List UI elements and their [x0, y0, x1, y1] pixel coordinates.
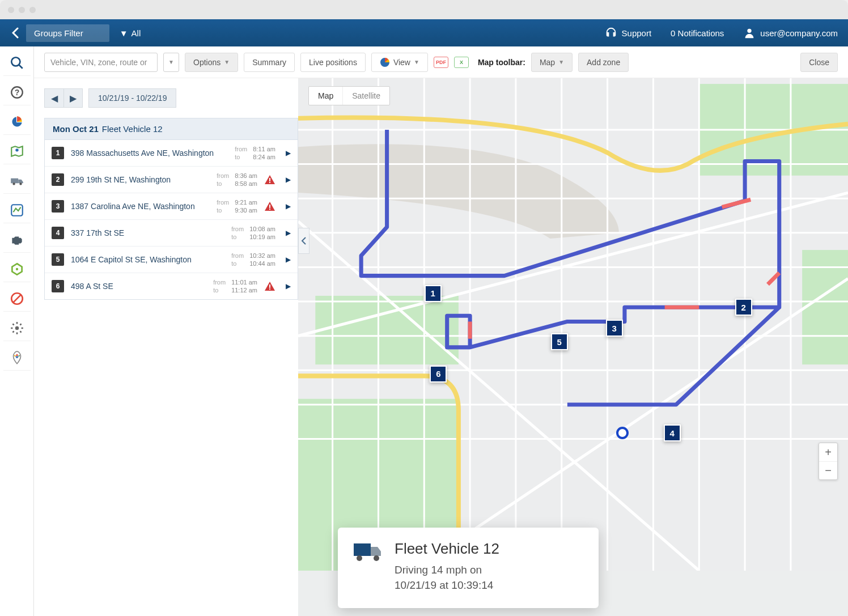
expand-caret-icon: ▶ [286, 256, 291, 264]
date-range-button[interactable]: 10/21/19 - 10/22/19 [88, 88, 176, 108]
warning-icon [264, 201, 275, 211]
map-background [298, 78, 848, 571]
map-stop-marker[interactable]: 3 [606, 320, 623, 337]
svg-rect-20 [269, 288, 270, 290]
map-stop-marker[interactable]: 4 [664, 424, 681, 441]
filter-dropdown[interactable]: ▼ All [120, 28, 141, 38]
stop-times: from11:01 am to11:12 am [213, 279, 257, 294]
groups-filter-button[interactable]: Groups Filter [26, 24, 109, 42]
svg-point-1 [11, 57, 20, 66]
stop-address: 1387 Carolina Ave NE, Washington [71, 202, 210, 211]
notifications-label: 0 Notifications [671, 28, 724, 38]
info-card-title: Fleet Vehicle 12 [395, 540, 499, 558]
map-stop-marker[interactable]: 1 [425, 285, 442, 302]
pie-chart-icon [380, 57, 390, 67]
warning-icon [264, 281, 275, 291]
map-stop-marker[interactable]: 5 [551, 333, 568, 350]
warning-icon [264, 175, 275, 185]
zoom-control: + − [819, 443, 838, 480]
support-link[interactable]: Support [605, 27, 652, 39]
truck-icon [351, 540, 383, 593]
nav-map[interactable] [3, 138, 31, 164]
support-label: Support [622, 28, 652, 38]
user-menu[interactable]: user@company.com [743, 27, 838, 39]
back-button[interactable] [10, 25, 20, 41]
satellite-tab[interactable]: Satellite [342, 87, 389, 105]
live-positions-button[interactable]: Live positions [300, 53, 366, 72]
trip-header[interactable]: Mon Oct 21 Fleet Vehicle 12 [44, 118, 298, 140]
svg-point-5 [15, 148, 18, 151]
expand-caret-icon: ▶ [286, 202, 291, 210]
summary-button[interactable]: Summary [244, 53, 295, 72]
vehicle-search-input[interactable]: Vehicle, VIN, zone, route or [44, 53, 158, 72]
stop-row[interactable]: 1 398 Massachusetts Ave NE, Washington f… [45, 140, 298, 167]
svg-line-2 [19, 65, 23, 69]
stop-row[interactable]: 3 1387 Carolina Ave NE, Washington from9… [45, 193, 298, 220]
zoom-out-button[interactable]: − [819, 461, 837, 479]
search-dropdown[interactable]: ▼ [163, 53, 179, 72]
stop-row[interactable]: 5 1064 E Capitol St SE, Washington from1… [45, 247, 298, 273]
map-layer-select[interactable]: Map▼ [531, 53, 573, 72]
nav-help[interactable]: ? [3, 79, 31, 105]
svg-rect-6 [11, 178, 18, 183]
stop-row[interactable]: 4 337 17th St SE from10:08 am to10:19 am… [45, 220, 298, 247]
map-canvas[interactable]: Map Satellite 123456 + − [298, 78, 848, 616]
date-nav: ◀ ▶ 10/21/19 - 10/22/19 [44, 88, 298, 108]
nav-zones[interactable] [3, 256, 31, 282]
notifications-link[interactable]: 0 Notifications [671, 28, 724, 38]
options-label: Options [193, 58, 221, 67]
info-card-line1: Driving 14 mph on [395, 564, 482, 576]
map-toolbar-label: Map toolbar: [478, 58, 525, 67]
nav-activity[interactable] [3, 197, 31, 223]
stop-address: 299 19th St NE, Washington [71, 175, 210, 184]
caret-down-icon: ▼ [120, 28, 128, 38]
nav-rules[interactable] [3, 286, 31, 312]
trip-vehicle: Fleet Vehicle 12 [102, 124, 163, 134]
map-select-label: Map [540, 58, 555, 67]
svg-point-11 [15, 267, 18, 270]
svg-rect-15 [269, 178, 270, 181]
nav-search[interactable] [3, 50, 31, 76]
export-xls-button[interactable]: X [454, 57, 469, 68]
svg-rect-17 [269, 205, 270, 208]
svg-point-14 [15, 326, 19, 330]
expand-caret-icon: ▶ [286, 282, 291, 290]
vehicle-position-marker[interactable] [616, 427, 629, 439]
map-stop-marker[interactable]: 6 [430, 366, 447, 383]
prev-day-button[interactable]: ◀ [44, 88, 63, 108]
next-day-button[interactable]: ▶ [63, 88, 83, 108]
user-label: user@company.com [760, 28, 838, 38]
stop-address: 398 Massachusetts Ave NE, Washington [71, 148, 228, 158]
stop-times: from10:32 am to10:44 am [231, 252, 275, 267]
nav-marketplace[interactable] [3, 345, 31, 371]
svg-rect-19 [269, 284, 270, 288]
options-button[interactable]: Options▼ [185, 53, 238, 72]
nav-reports[interactable] [3, 109, 31, 135]
svg-rect-18 [269, 209, 270, 210]
nav-fleet[interactable] [3, 168, 31, 194]
window-dot [8, 7, 14, 13]
browser-titlebar [0, 0, 848, 19]
nav-engine[interactable] [3, 227, 31, 253]
export-pdf-button[interactable]: PDF [434, 57, 448, 68]
window-dot [19, 7, 25, 13]
svg-point-0 [748, 29, 752, 33]
stop-row[interactable]: 2 299 19th St NE, Washington from8:36 am… [45, 167, 298, 193]
stop-number-badge: 4 [52, 227, 64, 239]
stop-row[interactable]: 6 498 A St SE from11:01 am to11:12 am ▶ [45, 273, 298, 299]
stop-times: from10:08 am to10:19 am [231, 226, 275, 240]
user-icon [743, 27, 756, 39]
stop-times: from9:21 am to9:30 am [217, 199, 257, 214]
map-tab[interactable]: Map [309, 87, 342, 105]
window-dot [29, 7, 36, 13]
svg-rect-23 [315, 296, 459, 364]
view-button[interactable]: View▼ [371, 53, 428, 72]
add-zone-button[interactable]: Add zone [578, 53, 629, 72]
zoom-in-button[interactable]: + [819, 443, 837, 461]
map-stop-marker[interactable]: 2 [735, 299, 752, 316]
stop-address: 498 A St SE [71, 282, 206, 291]
close-button[interactable]: Close [800, 53, 838, 72]
stop-number-badge: 2 [52, 173, 64, 186]
nav-settings[interactable] [3, 315, 31, 341]
collapse-panel-button[interactable] [298, 228, 309, 254]
